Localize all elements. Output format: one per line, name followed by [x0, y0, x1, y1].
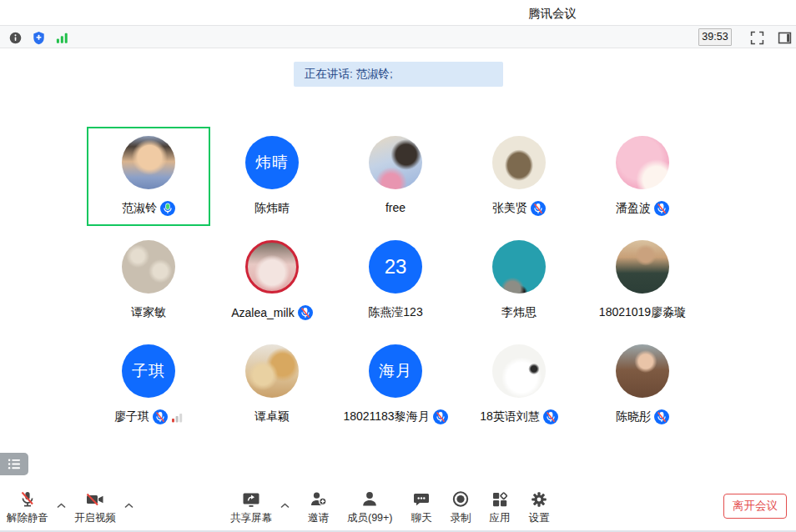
participant-avatar: 23 — [369, 240, 422, 294]
participant-name-row: 廖子琪 — [114, 409, 183, 424]
participant-name-row: 谭卓颖 — [254, 409, 290, 424]
network-status-icon — [171, 412, 183, 423]
participant-name: 18021183黎海月 — [343, 409, 429, 424]
leave-meeting-button[interactable]: 离开会议 — [723, 494, 787, 519]
participant-name-row: free — [385, 201, 406, 214]
share-options-chevron[interactable] — [280, 503, 290, 509]
layout-toggle-icon[interactable] — [776, 29, 793, 46]
participant-avatar — [492, 240, 546, 294]
meeting-stage: 正在讲话: 范淑铃; 范淑铃 炜晴 陈炜晴 free 张美贤 — [0, 48, 796, 484]
participant-name-row: 李炜思 — [501, 305, 537, 320]
settings-gear-icon — [529, 489, 549, 510]
meeting-list-toggle[interactable] — [0, 453, 28, 475]
fullscreen-icon[interactable] — [748, 29, 765, 46]
participants-grid: 范淑铃 炜晴 陈炜晴 free 张美贤 潘盈波 — [87, 127, 704, 434]
participant-name-row: 范淑铃 — [122, 201, 175, 216]
participant-avatar — [492, 344, 546, 398]
participant-name: free — [385, 201, 406, 214]
participant-avatar — [245, 240, 299, 294]
network-signal-icon[interactable] — [53, 29, 70, 46]
participant-name-row: 陈晓彤 — [616, 409, 669, 424]
apps-button[interactable]: 应用 — [490, 489, 511, 525]
participant-tile[interactable]: 张美贤 — [457, 127, 581, 226]
app-title: 腾讯会议 — [528, 6, 577, 22]
participant-name: 廖子琪 — [114, 409, 149, 424]
top-toolbar: 39:53 — [0, 25, 796, 48]
mic-status-icon — [543, 409, 558, 424]
mic-status-icon — [433, 409, 448, 424]
participant-name-row: 18英语刘慧 — [480, 409, 558, 424]
participant-tile[interactable]: 李炜思 — [457, 231, 581, 330]
members-icon — [360, 489, 380, 510]
participant-avatar — [616, 136, 669, 189]
record-icon — [451, 489, 471, 510]
participant-name-row: Azalea_milk — [231, 305, 312, 320]
participant-name: 张美贤 — [492, 201, 527, 216]
participant-name-row: 张美贤 — [492, 201, 546, 216]
mic-options-chevron[interactable] — [57, 503, 66, 509]
title-bar: 腾讯会议 — [0, 0, 796, 25]
participant-name: 范淑铃 — [122, 201, 157, 216]
invite-person-icon — [309, 489, 329, 510]
participant-tile[interactable]: free — [334, 127, 457, 226]
participant-name: 陈晓彤 — [616, 409, 651, 424]
meeting-timer: 39:53 — [698, 28, 732, 46]
apps-grid-icon — [490, 489, 510, 510]
mic-status-icon — [153, 409, 168, 424]
participant-tile[interactable]: 炜晴 陈炜晴 — [210, 127, 334, 226]
video-options-chevron[interactable] — [124, 503, 134, 509]
participant-tile[interactable]: 谭卓颖 — [210, 335, 334, 434]
participant-tile[interactable]: 范淑铃 — [87, 127, 210, 226]
participant-name: Azalea_milk — [231, 306, 294, 319]
participant-name: 谭卓颖 — [254, 409, 290, 424]
participant-avatar — [492, 136, 546, 189]
participant-name-row: 潘盈波 — [616, 201, 669, 216]
security-shield-icon[interactable] — [30, 29, 47, 46]
participant-tile[interactable]: 陈晓彤 — [581, 335, 704, 434]
participant-tile[interactable]: 18英语刘慧 — [457, 335, 581, 434]
participant-tile[interactable]: 18021019廖淼璇 — [581, 231, 704, 330]
members-button[interactable]: 成员(99+) — [347, 489, 393, 525]
mic-status-icon — [531, 201, 546, 216]
participant-avatar — [122, 136, 175, 189]
participant-name-row: 陈炜晴 — [254, 201, 290, 216]
participant-tile[interactable]: 潘盈波 — [581, 127, 704, 226]
speaking-banner: 正在讲话: 范淑铃; — [294, 62, 503, 87]
mic-status-icon — [298, 305, 313, 320]
participant-tile[interactable]: 谭家敏 — [87, 231, 210, 330]
camera-muted-icon — [84, 489, 106, 510]
start-video-button[interactable]: 开启视频 — [74, 489, 116, 525]
participant-avatar — [616, 344, 669, 398]
share-screen-button[interactable]: 共享屏幕 — [230, 489, 272, 525]
mic-status-icon — [654, 409, 669, 424]
bottom-toolbar: 解除静音 开启视频 共享屏幕 邀请 — [0, 484, 796, 532]
participant-avatar: 海月 — [369, 344, 422, 398]
participant-name-row: 谭家敏 — [131, 305, 166, 320]
record-button[interactable]: 录制 — [451, 489, 471, 525]
chat-button[interactable]: 聊天 — [411, 489, 432, 525]
participant-avatar — [122, 240, 175, 294]
settings-button[interactable]: 设置 — [529, 489, 550, 525]
participant-avatar: 子琪 — [122, 344, 175, 398]
participant-name: 陈炜晴 — [254, 201, 290, 216]
participant-avatar: 炜晴 — [245, 136, 299, 189]
participant-tile[interactable]: 23 陈燕滢123 — [334, 231, 457, 330]
mic-status-icon — [160, 201, 175, 216]
invite-button[interactable]: 邀请 — [308, 489, 329, 525]
participant-tile[interactable]: 子琪 廖子琪 — [87, 335, 210, 434]
participant-name-row: 18021183黎海月 — [343, 409, 447, 424]
participant-name-row: 陈燕滢123 — [368, 305, 422, 320]
list-icon — [8, 458, 22, 470]
participant-name: 18021019廖淼璇 — [599, 305, 686, 320]
meeting-info-icon[interactable] — [7, 29, 23, 46]
participant-name: 18英语刘慧 — [480, 409, 540, 424]
participant-name: 潘盈波 — [616, 201, 651, 216]
participant-avatar — [245, 344, 299, 398]
participant-tile[interactable]: 海月 18021183黎海月 — [334, 335, 457, 434]
participant-name: 陈燕滢123 — [368, 305, 422, 320]
unmute-button[interactable]: 解除静音 — [7, 489, 48, 525]
participant-avatar — [616, 240, 669, 294]
participant-tile[interactable]: Azalea_milk — [210, 231, 334, 330]
participant-avatar — [369, 136, 422, 189]
share-screen-icon — [240, 489, 262, 510]
